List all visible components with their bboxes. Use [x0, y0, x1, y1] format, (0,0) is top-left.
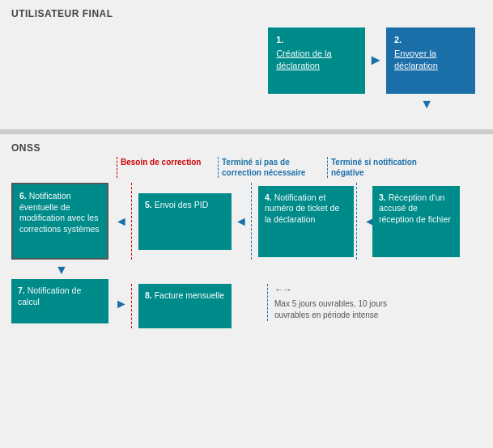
- top-section-label: UTILISATEUR FINAL: [11, 8, 482, 19]
- box-2-title: Envoyer la déclaration: [394, 49, 438, 70]
- box-8: 8. Facture mensuelle: [138, 284, 232, 328]
- col-header-2: Terminé si pas de correction nécessaire: [222, 157, 327, 178]
- arrow-right-7-8: ►: [115, 297, 128, 311]
- box-3-title: Réception d'un accusé de réception de fi…: [379, 192, 451, 224]
- arrow-right-1-2: ►: [368, 52, 383, 69]
- box-2-number: 2.: [394, 34, 467, 45]
- arrow-left-5-6: ◄: [115, 214, 128, 229]
- box-7-number: 7.: [18, 285, 25, 295]
- box-1-number: 1.: [276, 34, 357, 45]
- box-5: 5. Envoi des PID: [138, 193, 232, 250]
- box-6-number: 6.: [19, 191, 27, 201]
- box-4-title: Notification et numéro de ticket de la d…: [265, 192, 339, 224]
- box-7-title: Notification de calcul: [18, 285, 81, 306]
- box-7: 7. Notification de calcul: [11, 279, 108, 323]
- box-4-number: 4.: [265, 192, 272, 202]
- col-header-3: Terminé si notification négative: [331, 157, 424, 178]
- box-6-title: Notification éventuelle de modification …: [19, 191, 100, 234]
- col-header-1: Besoin de correction: [121, 157, 218, 167]
- box-3: 3. Réception d'un accusé de réception de…: [372, 186, 460, 257]
- note-text: Max 5 jours ouvrables, 10 jours ouvrable…: [274, 298, 389, 321]
- box-6: 6. Notification éventuelle de modificati…: [11, 183, 108, 260]
- box-5-title: Envoi des PID: [155, 200, 209, 209]
- box-1: 1. Création de la déclaration: [268, 27, 365, 94]
- timing-arrow: ←→: [274, 284, 291, 295]
- box-4: 4. Notification et numéro de ticket de l…: [258, 186, 354, 257]
- arrow-down-6-7: ▼: [55, 263, 68, 277]
- box-2: 2. Envoyer la déclaration: [386, 27, 475, 94]
- arrow-down-2-3: ▼: [420, 97, 433, 112]
- top-section: UTILISATEUR FINAL 1. Création de la décl…: [0, 0, 493, 129]
- box-8-number: 8.: [145, 290, 152, 300]
- box-1-title: Création de la déclaration: [276, 49, 332, 70]
- bottom-section-label: ONSS: [11, 142, 482, 154]
- box-8-title: Facture mensuelle: [155, 290, 224, 300]
- box-3-number: 3.: [379, 192, 386, 202]
- arrow-left-4-5: ◄: [235, 214, 248, 229]
- bottom-section: ONSS Besoin de correction Terminé si pas…: [0, 134, 493, 448]
- box-5-number: 5.: [145, 200, 152, 209]
